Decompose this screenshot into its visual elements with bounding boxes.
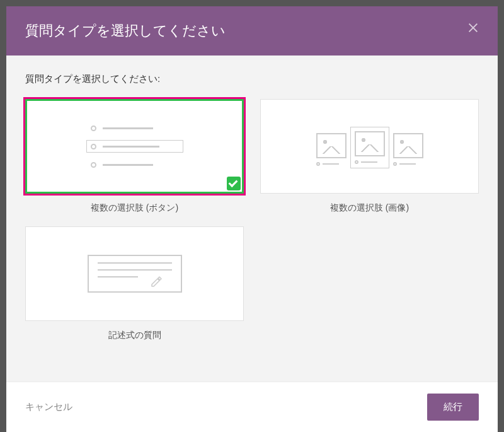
options-grid: 複数の選択肢 (ボタン) (25, 99, 479, 341)
option-label: 記述式の質問 (108, 330, 161, 341)
multiple-choice-button-icon (91, 121, 179, 172)
question-type-modal: 質問タイプを選択してください 質問タイプを選択してください: 複数の選択肢 (ボ… (6, 6, 498, 432)
option-label: 複数の選択肢 (画像) (330, 202, 409, 214)
option-label: 複数の選択肢 (ボタン) (91, 202, 178, 214)
cancel-button[interactable]: キャンセル (25, 401, 72, 413)
option-card-multiple-choice-button[interactable] (25, 99, 244, 194)
modal-header: 質問タイプを選択してください (6, 6, 498, 55)
modal-title: 質問タイプを選択してください (25, 23, 226, 38)
modal-body: 質問タイプを選択してください: 複数の選択肢 (ボタン) (6, 55, 498, 382)
option-multiple-choice-button: 複数の選択肢 (ボタン) (25, 99, 244, 214)
option-multiple-choice-image: 複数の選択肢 (画像) (260, 99, 479, 214)
continue-button[interactable]: 続行 (427, 394, 479, 421)
option-essay: 記述式の質問 (25, 226, 244, 341)
option-card-multiple-choice-image[interactable] (260, 99, 479, 194)
close-icon[interactable] (466, 20, 481, 35)
checkmark-icon (227, 177, 241, 190)
option-card-essay[interactable] (25, 226, 244, 321)
multiple-choice-image-icon (316, 127, 423, 166)
prompt-text: 質問タイプを選択してください: (25, 73, 479, 85)
essay-icon (88, 255, 182, 293)
modal-footer: キャンセル 続行 (6, 382, 498, 432)
pencil-icon (151, 276, 161, 286)
